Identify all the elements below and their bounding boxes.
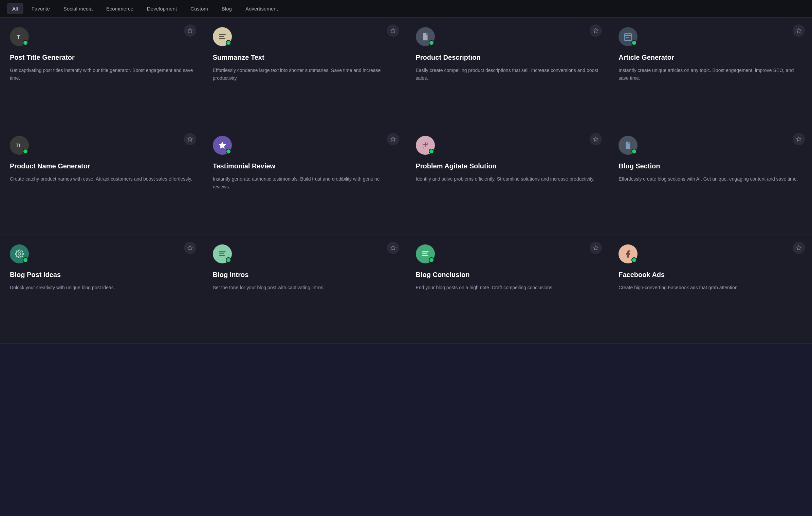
card-title-product-name-generator: Product Name Generator bbox=[10, 162, 193, 170]
card-description-testimonial-review: Instantly generate authentic testimonial… bbox=[213, 175, 396, 191]
favorite-button-blog-post-ideas[interactable] bbox=[184, 242, 196, 254]
nav-tab-favorite[interactable]: Favorite bbox=[26, 3, 55, 14]
svg-text:T: T bbox=[17, 34, 20, 40]
card-product-description: Product DescriptionEasily create compell… bbox=[406, 18, 609, 126]
favorite-button-blog-section[interactable] bbox=[793, 133, 805, 145]
svg-rect-26 bbox=[219, 253, 224, 254]
nav-tabs: AllFavoriteSocial mediaEcommerceDevelopm… bbox=[0, 0, 812, 18]
nav-tab-social-media[interactable]: Social media bbox=[58, 3, 98, 14]
svg-marker-32 bbox=[796, 245, 801, 250]
card-title-blog-conclusion: Blog Conclusion bbox=[416, 270, 599, 279]
favorite-button-product-description[interactable] bbox=[590, 24, 602, 37]
card-icon-product-name-generator: Tt bbox=[10, 136, 29, 155]
card-title-post-title-generator: Post Title Generator bbox=[10, 53, 193, 62]
svg-marker-7 bbox=[796, 28, 801, 33]
favorite-button-blog-intros[interactable] bbox=[387, 242, 399, 254]
card-description-post-title-generator: Get captivating post titles instantly wi… bbox=[10, 67, 193, 82]
svg-rect-30 bbox=[422, 253, 427, 254]
nav-tab-ecommerce[interactable]: Ecommerce bbox=[101, 3, 139, 14]
card-description-blog-post-ideas: Unlock your creativity with unique blog … bbox=[10, 284, 193, 292]
card-blog-post-ideas: Blog Post IdeasUnlock your creativity wi… bbox=[0, 235, 203, 344]
svg-marker-14 bbox=[188, 137, 192, 141]
card-title-article-generator: Article Generator bbox=[619, 53, 802, 62]
nav-tab-blog[interactable]: Blog bbox=[216, 3, 237, 14]
card-summarize-text: Summarize TextEffortlessly condense larg… bbox=[203, 18, 406, 126]
favorite-button-product-name-generator[interactable] bbox=[184, 133, 196, 145]
svg-marker-18 bbox=[594, 137, 598, 141]
favorite-button-problem-agitate-solution[interactable] bbox=[590, 133, 602, 145]
svg-marker-6 bbox=[594, 28, 598, 33]
svg-marker-17 bbox=[219, 142, 226, 149]
card-icon-post-title-generator: T bbox=[10, 27, 29, 46]
card-description-problem-agitate-solution: Identify and solve problems efficiently.… bbox=[416, 175, 599, 183]
card-description-product-name-generator: Create catchy product names with ease. A… bbox=[10, 175, 193, 183]
card-description-blog-intros: Set the tone for your blog post with cap… bbox=[213, 284, 396, 292]
card-icon-blog-section bbox=[619, 136, 638, 155]
favorite-button-post-title-generator[interactable] bbox=[184, 24, 196, 37]
card-title-blog-section: Blog Section bbox=[619, 162, 802, 170]
card-description-facebook-ads: Create high-converting Facebook ads that… bbox=[619, 284, 802, 292]
favorite-button-facebook-ads[interactable] bbox=[793, 242, 805, 254]
card-description-summarize-text: Effortlessly condense large text into sh… bbox=[213, 67, 396, 82]
nav-tab-development[interactable]: Development bbox=[142, 3, 182, 14]
svg-marker-22 bbox=[188, 245, 192, 250]
card-description-article-generator: Instantly create unique articles on any … bbox=[619, 67, 802, 82]
svg-rect-31 bbox=[422, 255, 428, 256]
card-title-summarize-text: Summarize Text bbox=[213, 53, 396, 62]
card-title-blog-intros: Blog Intros bbox=[213, 270, 396, 279]
card-article-generator: Article GeneratorInstantly create unique… bbox=[609, 18, 812, 126]
nav-tab-custom[interactable]: Custom bbox=[185, 3, 214, 14]
svg-marker-0 bbox=[188, 28, 192, 33]
main-content: TPost Title GeneratorGet captivating pos… bbox=[0, 18, 812, 344]
nav-tab-all[interactable]: All bbox=[7, 3, 23, 14]
svg-marker-28 bbox=[594, 245, 598, 250]
svg-rect-27 bbox=[219, 255, 225, 256]
card-icon-blog-post-ideas bbox=[10, 244, 29, 263]
card-blog-conclusion: Blog ConclusionEnd your blog posts on a … bbox=[406, 235, 609, 344]
svg-point-23 bbox=[18, 253, 21, 255]
svg-text:Tt: Tt bbox=[16, 143, 20, 148]
favorite-button-article-generator[interactable] bbox=[793, 24, 805, 37]
favorite-button-testimonial-review[interactable] bbox=[387, 133, 399, 145]
card-facebook-ads: Facebook AdsCreate high-converting Faceb… bbox=[609, 235, 812, 344]
svg-marker-24 bbox=[391, 245, 395, 250]
card-title-product-description: Product Description bbox=[416, 53, 599, 62]
card-icon-blog-intros bbox=[213, 244, 232, 263]
card-icon-problem-agitate-solution bbox=[416, 136, 435, 155]
card-title-blog-post-ideas: Blog Post Ideas bbox=[10, 270, 193, 279]
cards-grid: TPost Title GeneratorGet captivating pos… bbox=[0, 18, 812, 344]
favorite-button-blog-conclusion[interactable] bbox=[590, 242, 602, 254]
svg-rect-13 bbox=[628, 37, 629, 38]
svg-rect-3 bbox=[219, 34, 226, 35]
card-blog-intros: Blog IntrosSet the tone for your blog po… bbox=[203, 235, 406, 344]
svg-marker-16 bbox=[391, 137, 395, 141]
svg-rect-25 bbox=[219, 251, 226, 252]
favorite-button-summarize-text[interactable] bbox=[387, 24, 399, 37]
svg-point-19 bbox=[427, 143, 428, 144]
card-testimonial-review: Testimonial ReviewInstantly generate aut… bbox=[203, 126, 406, 235]
card-description-product-description: Easily create compelling product descrip… bbox=[416, 67, 599, 82]
card-icon-testimonial-review bbox=[213, 136, 232, 155]
card-icon-blog-conclusion bbox=[416, 244, 435, 263]
svg-rect-12 bbox=[626, 37, 627, 38]
svg-rect-5 bbox=[219, 38, 225, 39]
card-icon-product-description bbox=[416, 27, 435, 46]
card-icon-facebook-ads bbox=[619, 244, 638, 263]
card-post-title-generator: TPost Title GeneratorGet captivating pos… bbox=[0, 18, 203, 126]
card-blog-section: Blog SectionEffortlessly create blog sec… bbox=[609, 126, 812, 235]
svg-point-20 bbox=[423, 147, 423, 148]
card-title-facebook-ads: Facebook Ads bbox=[619, 270, 802, 279]
svg-rect-4 bbox=[219, 36, 224, 37]
svg-marker-21 bbox=[796, 137, 801, 141]
card-problem-agitate-solution: Problem Agitate SolutionIdentify and sol… bbox=[406, 126, 609, 235]
card-title-problem-agitate-solution: Problem Agitate Solution bbox=[416, 162, 599, 170]
card-product-name-generator: TtProduct Name GeneratorCreate catchy pr… bbox=[0, 126, 203, 235]
card-title-testimonial-review: Testimonial Review bbox=[213, 162, 396, 170]
card-description-blog-conclusion: End your blog posts on a high note. Craf… bbox=[416, 284, 599, 292]
card-description-blog-section: Effortlessly create blog sections with A… bbox=[619, 175, 802, 183]
svg-marker-2 bbox=[391, 28, 395, 33]
nav-tab-advertisement[interactable]: Advertisement bbox=[240, 3, 283, 14]
card-icon-article-generator bbox=[619, 27, 638, 46]
svg-rect-29 bbox=[422, 251, 429, 252]
card-icon-summarize-text bbox=[213, 27, 232, 46]
